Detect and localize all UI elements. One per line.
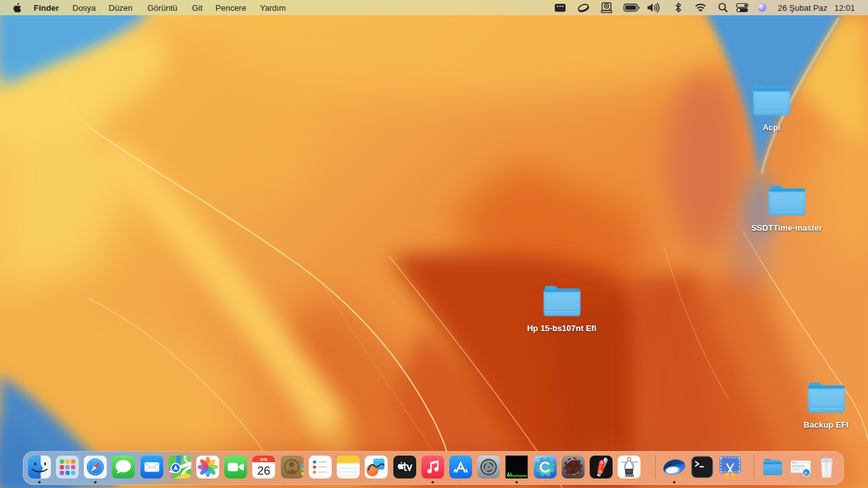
svg-text:ŞUB: ŞUB [261,458,268,461]
svg-text:26: 26 [257,464,271,477]
